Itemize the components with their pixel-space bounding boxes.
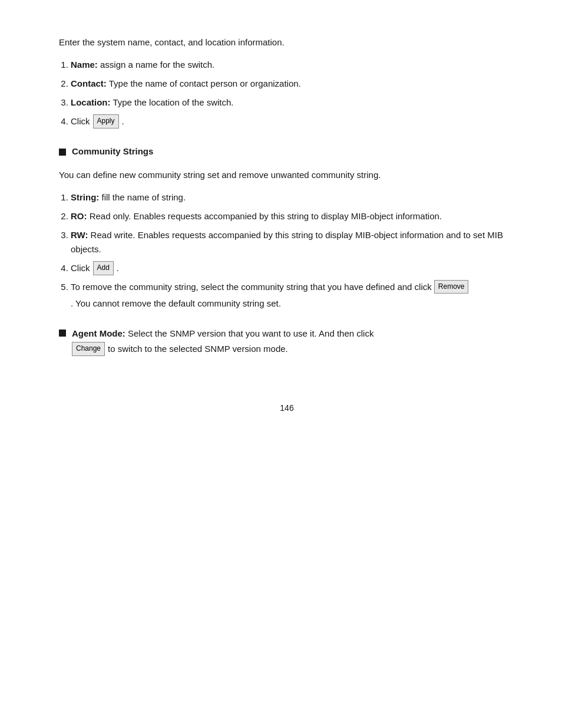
cs-step-3: RW: Read write. Enables requests accompa… bbox=[71, 228, 515, 256]
cs-step2-label: RO: bbox=[71, 211, 87, 221]
click-suffix: . bbox=[122, 114, 124, 129]
agent-mode-title: Agent Mode: bbox=[72, 328, 125, 338]
agent-mode-header: Agent Mode: Select the SNMP version that… bbox=[59, 328, 515, 338]
intro-step-1: Name: assign a name for the switch. bbox=[71, 58, 515, 72]
intro-step-4: Click Apply. bbox=[71, 114, 515, 129]
agent-mode-body: Change to switch to the selected SNMP ve… bbox=[72, 342, 515, 356]
step2-label: Contact: bbox=[71, 78, 107, 88]
step3-text: Type the location of the switch. bbox=[111, 97, 234, 107]
add-button[interactable]: Add bbox=[93, 261, 114, 275]
agent-mode-description: Select the SNMP version that you want to… bbox=[128, 328, 373, 338]
click-add-prefix: Click bbox=[71, 261, 90, 275]
add-click-row: Click Add. bbox=[71, 261, 515, 275]
agent-change-row: Change to switch to the selected SNMP ve… bbox=[72, 342, 515, 356]
click-prefix: Click bbox=[71, 114, 90, 129]
content-wrapper: Enter the system name, contact, and loca… bbox=[59, 35, 515, 413]
step1-text: assign a name for the switch. bbox=[98, 60, 214, 70]
cs-step-4: Click Add. bbox=[71, 261, 515, 275]
cs-step1-text: fill the name of string. bbox=[99, 192, 186, 202]
remove-row: To remove the community string, select t… bbox=[71, 280, 515, 311]
cs-step-5: To remove the community string, select t… bbox=[71, 280, 515, 311]
intro-step-3: Location: Type the location of the switc… bbox=[71, 95, 515, 110]
agent-mode-section: Agent Mode: Select the SNMP version that… bbox=[59, 328, 515, 356]
step2-text: Type the name of contact person or organ… bbox=[107, 78, 301, 88]
community-strings-header: Community Strings bbox=[59, 146, 515, 156]
cs-step3-label: RW: bbox=[71, 230, 88, 240]
remove-prefix: To remove the community string, select t… bbox=[71, 280, 432, 294]
intro-step-2: Contact: Type the name of contact person… bbox=[71, 77, 515, 91]
apply-button[interactable]: Apply bbox=[93, 114, 119, 128]
remove-suffix: . You cannot remove the default communit… bbox=[71, 297, 281, 311]
agent-mode-bullet bbox=[59, 330, 66, 337]
cs-step-2: RO: Read only. Enables requests accompan… bbox=[71, 209, 515, 223]
community-strings-title: Community Strings bbox=[72, 146, 153, 156]
intro-steps-list: Name: assign a name for the switch. Cont… bbox=[71, 58, 515, 129]
community-strings-steps: String: fill the name of string. RO: Rea… bbox=[71, 190, 515, 311]
agent-mode-title-text: Agent Mode: Select the SNMP version that… bbox=[72, 328, 373, 338]
change-button[interactable]: Change bbox=[72, 342, 105, 355]
intro-description: Enter the system name, contact, and loca… bbox=[59, 35, 515, 50]
apply-click-row: Click Apply. bbox=[71, 114, 515, 129]
agent-mode-suffix: to switch to the selected SNMP version m… bbox=[108, 342, 288, 356]
cs-step3-text: Read write. Enables requests accompanied… bbox=[71, 230, 503, 254]
remove-button[interactable]: Remove bbox=[434, 280, 469, 294]
step3-label: Location: bbox=[71, 97, 111, 107]
cs-step1-label: String: bbox=[71, 192, 99, 202]
cs-step2-text: Read only. Enables requests accompanied … bbox=[87, 211, 442, 221]
click-add-suffix: . bbox=[117, 261, 119, 275]
cs-step-1: String: fill the name of string. bbox=[71, 190, 515, 205]
community-strings-bullet bbox=[59, 149, 66, 156]
community-strings-description: You can define new community string set … bbox=[59, 168, 515, 182]
page-number: 146 bbox=[59, 403, 515, 413]
step1-label: Name: bbox=[71, 60, 98, 70]
